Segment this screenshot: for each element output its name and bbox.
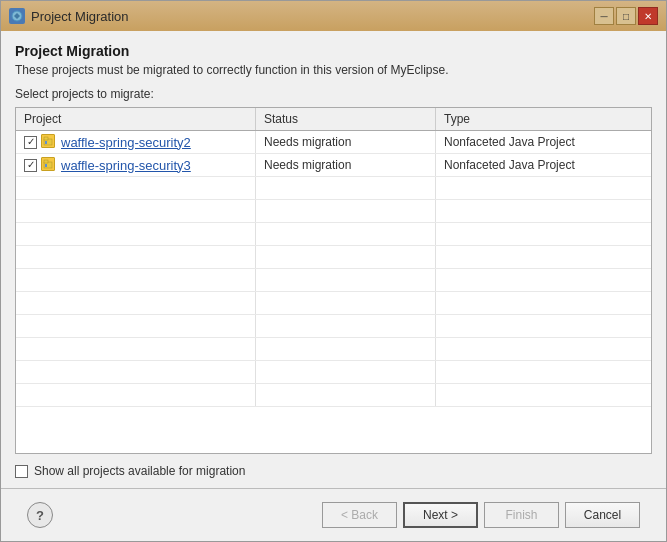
col-type: Type	[436, 108, 651, 130]
row1-checkbox[interactable]	[24, 136, 37, 149]
main-content: Project Migration These projects must be…	[1, 31, 666, 541]
svg-rect-5	[44, 160, 48, 163]
project-cell-1: waffle-spring-security2	[16, 131, 256, 153]
table-row: waffle-spring-security3 Needs migration …	[16, 154, 651, 177]
show-all-label: Show all projects available for migratio…	[34, 464, 245, 478]
empty-row	[16, 338, 651, 361]
project-icon-2	[41, 157, 57, 173]
col-status: Status	[256, 108, 436, 130]
finish-button[interactable]: Finish	[484, 502, 559, 528]
page-title: Project Migration	[15, 43, 652, 59]
minimize-button[interactable]: ─	[594, 7, 614, 25]
app-icon	[9, 8, 25, 24]
type-cell-2: Nonfaceted Java Project	[436, 154, 651, 176]
maximize-button[interactable]: □	[616, 7, 636, 25]
window-title: Project Migration	[31, 9, 129, 24]
empty-row	[16, 292, 651, 315]
svg-rect-3	[45, 141, 47, 144]
table-header: Project Status Type	[16, 108, 651, 131]
empty-row	[16, 269, 651, 292]
type-cell-1: Nonfaceted Java Project	[436, 131, 651, 153]
project-icon-1	[41, 134, 57, 150]
title-bar: Project Migration ─ □ ✕	[1, 1, 666, 31]
table-row: waffle-spring-security2 Needs migration …	[16, 131, 651, 154]
empty-row	[16, 246, 651, 269]
cancel-button[interactable]: Cancel	[565, 502, 640, 528]
col-project: Project	[16, 108, 256, 130]
main-window: Project Migration ─ □ ✕ Project Migratio…	[0, 0, 667, 542]
project-table: Project Status Type	[15, 107, 652, 454]
empty-row	[16, 223, 651, 246]
project-name-1: waffle-spring-security2	[61, 135, 191, 150]
empty-row	[16, 177, 651, 200]
status-cell-1: Needs migration	[256, 131, 436, 153]
empty-row	[16, 200, 651, 223]
row2-checkbox[interactable]	[24, 159, 37, 172]
back-button[interactable]: < Back	[322, 502, 397, 528]
help-button[interactable]: ?	[27, 502, 53, 528]
project-name-2: waffle-spring-security3	[61, 158, 191, 173]
page-header: Project Migration These projects must be…	[15, 43, 652, 77]
project-cell-2: waffle-spring-security3	[16, 154, 256, 176]
page-description: These projects must be migrated to corre…	[15, 63, 652, 77]
empty-row	[16, 384, 651, 407]
section-label: Select projects to migrate:	[15, 87, 652, 101]
empty-row	[16, 361, 651, 384]
footer-checkbox-area: Show all projects available for migratio…	[15, 464, 652, 478]
close-button[interactable]: ✕	[638, 7, 658, 25]
title-bar-controls: ─ □ ✕	[594, 7, 658, 25]
svg-rect-6	[45, 164, 47, 167]
empty-row	[16, 315, 651, 338]
title-bar-left: Project Migration	[9, 8, 129, 24]
table-body: waffle-spring-security2 Needs migration …	[16, 131, 651, 453]
show-all-checkbox[interactable]	[15, 465, 28, 478]
svg-rect-2	[44, 137, 48, 140]
status-cell-2: Needs migration	[256, 154, 436, 176]
button-bar: ? < Back Next > Finish Cancel	[15, 489, 652, 541]
next-button[interactable]: Next >	[403, 502, 478, 528]
